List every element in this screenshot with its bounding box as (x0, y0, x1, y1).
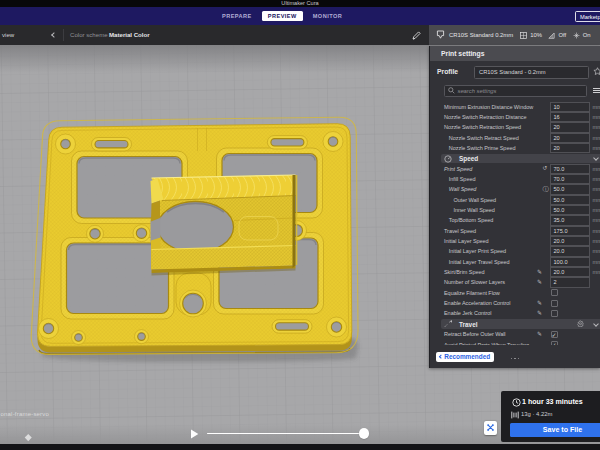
pencil-icon[interactable]: ✎ (537, 269, 542, 276)
setting-row[interactable]: Nozzle Switch Prime Speed20mm/s (430, 143, 600, 153)
setting-row[interactable]: Print Speed↺70.0mm/s (430, 164, 600, 174)
gear-icon[interactable] (577, 320, 584, 327)
setting-value-field[interactable]: 70.0 (550, 164, 590, 174)
print-settings-header[interactable]: Print settings (430, 46, 600, 61)
settings-menu-icon[interactable] (593, 87, 600, 94)
profile-row: Profile CR10S Standard - 0.2mm (430, 61, 600, 83)
collapse-chevron-icon[interactable] (51, 32, 57, 38)
setting-label: Travel Speed (444, 228, 476, 234)
setting-row[interactable]: Enable Jerk Control✎ (430, 308, 600, 318)
setting-checkbox[interactable] (551, 310, 558, 317)
config-support-text: Off (558, 32, 566, 38)
setting-row[interactable]: Initial Layer Print Speed20.0mm/s (430, 246, 600, 256)
setting-row[interactable]: Infill Speed70.0mm/s (430, 174, 600, 184)
setting-checkbox[interactable] (551, 300, 558, 307)
setting-row[interactable]: Outer Wall Speed50.0mm/s (430, 195, 600, 205)
revert-icon[interactable]: ↺ (543, 165, 548, 172)
pencil-icon[interactable] (412, 31, 421, 40)
setting-row[interactable]: Inner Wall Speed50.0mm/s (430, 205, 600, 215)
device-selector-button[interactable] (484, 421, 497, 435)
setting-value-field[interactable]: 20.0 (550, 246, 590, 256)
material-spool-icon (511, 411, 519, 419)
setting-row[interactable]: Minimum Extrusion Distance Window10mm (430, 102, 600, 112)
setting-label: Skirt/Brim Speed (444, 269, 484, 275)
simulation-slider-handle[interactable] (359, 428, 370, 439)
setting-row[interactable]: Number of Slower Layers✎2 (430, 277, 600, 287)
slot-top-left (95, 141, 128, 148)
setting-unit: mm/s (593, 207, 600, 213)
setting-value-field[interactable]: 2 (550, 277, 590, 287)
marketplace-button[interactable]: Marketplace (575, 11, 600, 22)
setting-label: Nozzle Switch Prime Speed (449, 145, 516, 151)
profile-dropdown[interactable]: CR10S Standard - 0.2mm (474, 66, 589, 79)
setting-value-field[interactable]: 50.0 (550, 205, 590, 215)
pencil-icon[interactable]: ✎ (537, 279, 542, 286)
category-label: Speed (459, 155, 478, 162)
settings-rows: Minimum Extrusion Distance Window10mmNoz… (430, 102, 600, 345)
setting-row[interactable]: Nozzle Switch Retract Speed20mm/s (430, 133, 600, 143)
setting-row[interactable]: Avoid Printed Parts When Traveling✓ (430, 339, 600, 344)
setting-checkbox[interactable] (551, 289, 558, 296)
setting-value-field[interactable]: 10 (550, 102, 590, 112)
setting-value-field[interactable]: 50.0 (550, 184, 590, 194)
adhesion-icon (573, 32, 580, 39)
search-icon (448, 87, 455, 94)
setting-row[interactable]: Wall Speedⓘ50.0mm/s (430, 184, 600, 194)
setting-row[interactable]: Enable Acceleration Control✎ (430, 298, 600, 308)
tab-preview[interactable]: PREVIEW (262, 11, 303, 22)
bottom-strip (0, 444, 600, 450)
setting-value-field[interactable]: 20.0 (550, 267, 590, 277)
setting-row[interactable]: Travel Speed175.0mm/s (430, 226, 600, 236)
printer-config-summary-bar[interactable]: CR10S Standard 0.2mm 10% Off On (429, 25, 600, 45)
panel-resize-handle[interactable] (430, 349, 600, 367)
setting-value-field[interactable]: 20.0 (550, 236, 590, 246)
setting-row[interactable]: Skirt/Brim Speed✎20.0mm/s (430, 267, 600, 277)
search-settings-input[interactable]: search settings (444, 85, 587, 97)
search-row: search settings (430, 83, 600, 100)
save-to-file-button[interactable]: Save to File (510, 423, 600, 437)
setting-checkbox[interactable]: ✓ (551, 331, 558, 338)
tab-monitor[interactable]: MONITOR (313, 13, 342, 19)
setting-row[interactable]: Initial Layer Speed20.0mm/s (430, 236, 600, 246)
setting-checkbox[interactable]: ✓ (551, 341, 558, 345)
setting-unit: mm (593, 114, 600, 120)
search-placeholder: search settings (458, 88, 497, 94)
pencil-icon[interactable]: ✎ (537, 331, 542, 338)
setting-row[interactable]: Nozzle Switch Retraction Speed20mm/s (430, 122, 600, 132)
setting-value-field[interactable]: 20 (550, 143, 590, 153)
pencil-icon[interactable]: ✎ (537, 300, 542, 307)
setting-value-field[interactable]: 35.0 (550, 215, 590, 225)
setting-value-field[interactable]: 20 (550, 133, 590, 143)
profile-label: Profile (437, 68, 458, 75)
setting-row[interactable]: Equalize Filament Flow (430, 288, 600, 298)
play-button[interactable] (190, 429, 199, 439)
print-job-output-panel: 1 hour 33 minutes 13g · 4.22m Save to Fi… (501, 391, 600, 442)
star-icon[interactable] (593, 67, 600, 76)
setting-value-field[interactable]: 16 (550, 112, 590, 122)
setting-label: Top/Bottom Speed (449, 217, 493, 223)
tab-prepare[interactable]: PREPARE (222, 13, 252, 19)
crossed-tools-icon (487, 424, 494, 431)
setting-row[interactable]: Retract Before Outer Wall✎✓ (430, 329, 600, 339)
setting-value-field[interactable]: 50.0 (550, 195, 590, 205)
setting-label: Avoid Printed Parts When Traveling (444, 342, 529, 345)
pencil-icon[interactable]: ✎ (537, 310, 542, 317)
color-scheme-value[interactable]: Material Color (109, 25, 150, 45)
setting-label: Minimum Extrusion Distance Window (444, 104, 533, 110)
setting-value-field[interactable]: 175.0 (550, 226, 590, 236)
settings-category-speed[interactable]: Speed (430, 153, 600, 163)
slot-bottom-right (276, 323, 309, 330)
setting-row[interactable]: Initial Layer Travel Speed100.0mm/s (430, 257, 600, 267)
slot-top-right (271, 139, 304, 146)
settings-category-travel[interactable]: Travel (430, 319, 600, 329)
setting-value-field[interactable]: 100.0 (550, 257, 590, 267)
print-time-estimate: 1 hour 33 minutes (522, 398, 583, 406)
setting-unit: mm/s (593, 228, 600, 234)
setting-row[interactable]: Top/Bottom Speed35.0mm/s (430, 215, 600, 225)
view-mode-label[interactable]: view (2, 25, 14, 45)
setting-value-field[interactable]: 20 (550, 122, 590, 132)
setting-value-field[interactable]: 70.0 (550, 174, 590, 184)
setting-unit: mm/s (593, 186, 600, 192)
setting-row[interactable]: Nozzle Switch Retraction Distance16mm (430, 112, 600, 122)
setting-unit: mm/s (593, 248, 600, 254)
